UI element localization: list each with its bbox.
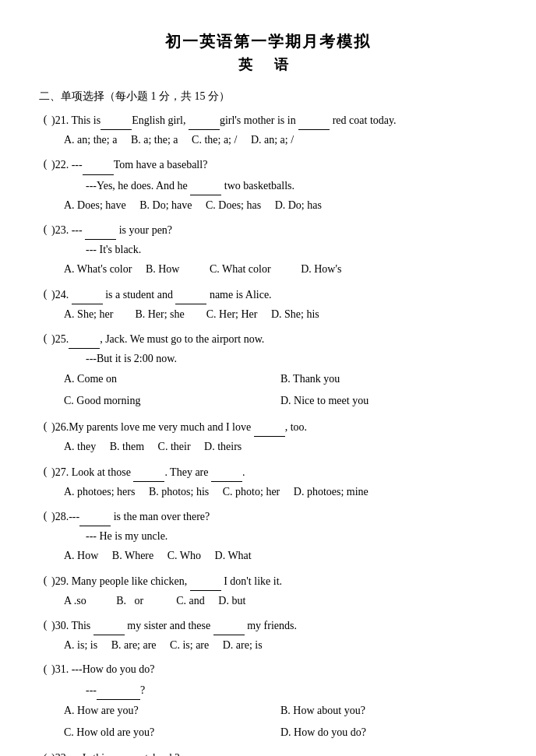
paren-21-left: (	[39, 110, 51, 129]
q22-options: A. Does; have B. Do; have C. Does; has D…	[39, 195, 497, 215]
q31-options-grid: A. How are you? B. How about you? C. How…	[39, 700, 497, 744]
q31-option-a: A. How are you?	[64, 700, 280, 722]
question-30: ( )30. This my sister and these my frien…	[39, 615, 497, 655]
section2-header: 二、单项选择（每小题 1 分，共 15 分）	[39, 90, 497, 104]
q27-options: A. photoes; hers B. photos; his C. photo…	[39, 482, 497, 501]
q21-num: )21.	[51, 114, 71, 126]
q23-continuation: --- It's black.	[39, 240, 497, 259]
q28-options: A. How B. Where C. Who D. What	[39, 546, 497, 565]
q22-continuation: ---Yes, he does. And he two basketballs.	[39, 175, 497, 195]
q22-content: )22. --- Tom have a baseball?	[51, 154, 497, 174]
q31-continuation: --- ?	[39, 680, 497, 700]
q31-content: )31. ---How do you do?	[51, 659, 497, 679]
page-title-sub: 英 语	[39, 55, 497, 74]
q21-options: A. an; the; a B. a; the; a C. the; a; / …	[39, 130, 497, 149]
q29-content: )29. Many people like chicken, I don't l…	[51, 571, 497, 591]
question-25: ( )25. , Jack. We must go to the airport…	[39, 329, 497, 412]
q26-options: A. they B. them C. their D. theirs	[39, 437, 497, 456]
q29-options: A .so B. or C. and D. but	[39, 591, 497, 610]
q27-content: )27. Look at those . They are .	[51, 462, 497, 482]
q31-option-b: B. How about you?	[280, 700, 497, 722]
q24-content: )24. is a student and name is Alice.	[51, 284, 497, 304]
q25-options-ab: A. Come on B. Thank you C. Good morning …	[39, 368, 497, 412]
question-26: ( )26.My parents love me very much and I…	[39, 417, 497, 456]
q23-options: A. What's color B. How C. What color D. …	[39, 259, 497, 279]
q21-content: )21. This is English girl, girl's mother…	[51, 110, 497, 130]
question-27: ( )27. Look at those . They are . A. pho…	[39, 462, 497, 501]
q30-options: A. is; is B. are; are C. is; are D. are;…	[39, 635, 497, 655]
q25-option-b: B. Thank you	[280, 368, 497, 390]
question-28: ( )28.--- is the man over there? --- He …	[39, 506, 497, 566]
q25-option-a: A. Come on	[64, 368, 280, 390]
q30-content: )30. This my sister and these my friends…	[51, 615, 497, 635]
question-24: ( )24. is a student and name is Alice. A…	[39, 284, 497, 324]
q25-continuation: ---But it is 2:00 now.	[39, 349, 497, 368]
question-29: ( )29. Many people like chicken, I don't…	[39, 571, 497, 610]
q28-content: )28.--- is the man over there?	[51, 506, 497, 526]
q25-option-c: C. Good morning	[64, 390, 280, 412]
question-32: ( )32. ---Is this your notebook?	[39, 748, 497, 756]
question-22: ( )22. --- Tom have a baseball? ---Yes, …	[39, 154, 497, 215]
q26-content: )26.My parents love me very much and I l…	[51, 417, 497, 437]
q25-option-d: D. Nice to meet you	[280, 390, 497, 412]
q32-content: )32. ---Is this your notebook?	[51, 748, 497, 756]
question-23: ( )23. --- is your pen? --- It's black. …	[39, 220, 497, 280]
q31-option-d: D. How do you do?	[280, 722, 497, 744]
question-21: ( )21. This is English girl, girl's moth…	[39, 110, 497, 149]
q23-content: )23. --- is your pen?	[51, 220, 497, 240]
q28-continuation: --- He is my uncle.	[39, 526, 497, 546]
page-title-main: 初一英语第一学期月考模拟	[39, 31, 497, 52]
question-31: ( )31. ---How do you do? --- ? A. How ar…	[39, 659, 497, 743]
q24-options: A. She; her B. Her; she C. Her; Her D. S…	[39, 304, 497, 324]
q25-content: )25. , Jack. We must go to the airport n…	[51, 329, 497, 349]
q31-option-c: C. How old are you?	[64, 722, 280, 744]
